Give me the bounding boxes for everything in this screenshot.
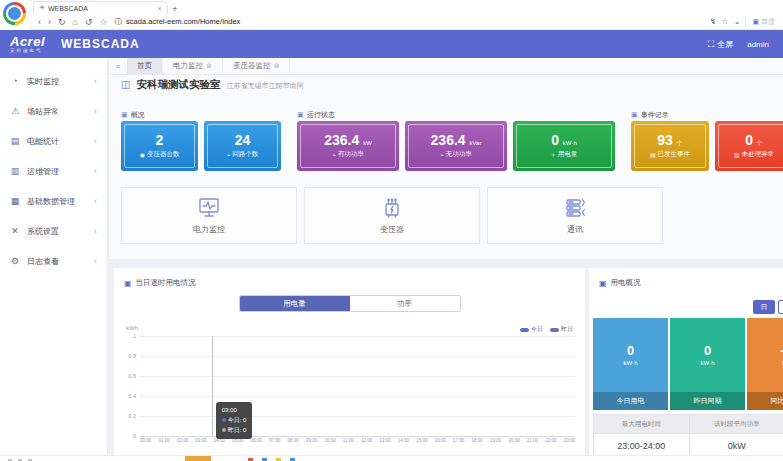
star-icon[interactable]: ☆ (722, 17, 729, 26)
energy-icon: ✧ (551, 151, 556, 158)
stat-card-未处理异常[interactable]: 0 个▥未处理异常 (715, 121, 783, 171)
user-menu[interactable]: admin (747, 40, 769, 49)
sidebar-item-系统设置[interactable]: ✕系统设置‹ (0, 216, 107, 246)
stat-card-value: 0 个 (745, 133, 763, 147)
log-icon: ⚙ (10, 256, 20, 266)
stat-card-用电量[interactable]: 0 kW·h✧用电量 (513, 121, 615, 171)
usage-card-today[interactable]: 0 kW·h 今日用电 (593, 318, 668, 410)
stat-card-list: 93 个▤已发生事件0 个▥未处理异常 (631, 121, 783, 171)
tab-energy[interactable]: 用电量 (240, 296, 350, 311)
sidebar-item-label: 运维管理 (27, 166, 59, 177)
x-tick-label: 05:00 (232, 438, 243, 443)
sidebar-item-场站异常[interactable]: ⚠场站异常‹ (0, 96, 107, 126)
x-tick-label: 20:00 (508, 438, 519, 443)
info-icon[interactable]: ⓘ (115, 17, 123, 27)
tab-close-icon[interactable]: ⊗ (273, 62, 279, 70)
shortcut-label: 电力监控 (193, 224, 225, 235)
app-title: WEBSCADA (61, 37, 140, 51)
sidebar-item-label: 基础数据管理 (27, 196, 75, 207)
legend-yesterday[interactable]: 昨日 (550, 325, 573, 334)
reactive-power-icon: ⌁ (440, 151, 444, 158)
logo-text: Acrel (10, 35, 45, 48)
collapse-tabs-icon[interactable]: « (109, 58, 127, 74)
page-tab-list: 首页电力监控⊗变压器监控⊗ (127, 58, 290, 74)
x-tick-label: 12:00 (361, 438, 372, 443)
stat-card-unit: kW·h (563, 140, 577, 146)
sidebar-item-电能统计[interactable]: ▤电能统计‹ (0, 126, 107, 156)
app-header: Acrel 安科瑞电气 WEBSCADA ⛶ 全屏 admin (0, 30, 783, 58)
shortcut-row: 电力监控 变压器 通讯 (121, 187, 663, 244)
history-icon[interactable]: ↺ (85, 17, 93, 27)
bookmark-star-icon[interactable]: ☆ (100, 17, 108, 27)
usage-card-yesterday[interactable]: 0 kW·h 昨日同期 (670, 318, 745, 410)
page-tab-label: 电力监控 (173, 61, 203, 71)
taskbar[interactable] (0, 455, 783, 461)
section-icon: ▣ (631, 111, 638, 119)
stat-card-无功功率[interactable]: 236.4 kVar⌁无功功率 (405, 121, 507, 171)
home-icon[interactable]: ⌂ (73, 17, 78, 27)
database-icon: ▦ (10, 196, 20, 206)
browser-tab[interactable]: ✳ WEBSCADA × (33, 1, 168, 14)
stat-card-已发生事件[interactable]: 93 个▤已发生事件 (631, 121, 709, 171)
shortcut-power-monitoring[interactable]: 电力监控 (121, 187, 297, 244)
stat-card-label-text: 无功功率 (446, 150, 472, 159)
section-icon: ▣ (297, 111, 304, 119)
chart-plot-area[interactable]: 03:00 今日: 0 昨日: 0 (140, 336, 575, 436)
page-tab-变压器监控[interactable]: 变压器监控⊗ (223, 58, 290, 74)
sidebar-item-实时监控[interactable]: ◔实时监控‹ (0, 66, 107, 96)
lightning-icon[interactable]: ↯ (710, 17, 717, 26)
close-icon[interactable]: × (157, 4, 162, 13)
crosshair-line (212, 336, 213, 436)
stat-card-变压器台数[interactable]: 2◉变压器台数 (121, 121, 198, 171)
bookmark-item[interactable]: ▣ 百度 (745, 17, 775, 27)
taskbar-icon[interactable] (185, 456, 211, 461)
x-tick-label: 03:00 (195, 438, 206, 443)
refresh-icon[interactable]: ↻ (58, 17, 66, 27)
x-tick-label: 10:00 (324, 438, 335, 443)
sidebar-item-日志查看[interactable]: ⚙日志查看‹ (0, 246, 107, 276)
shortcut-label: 变压器 (380, 224, 404, 235)
period-day-button[interactable]: 日 (753, 300, 775, 314)
stat-card-有功功率[interactable]: 236.4 kW⌁有功功率 (297, 121, 399, 171)
stat-card-value: 236.4 kW (324, 133, 372, 147)
usage-panel-title: 用电概况 (611, 278, 641, 288)
transformer-count-icon: ◉ (140, 151, 145, 158)
fullscreen-button[interactable]: ⛶ 全屏 (708, 39, 733, 50)
usage-overview-panel: ▣ 用电概况 日 月 0 kW·h 今日用电 0 kW·h 昨日同期 (589, 268, 783, 455)
legend-today[interactable]: 今日 (520, 325, 543, 334)
meter-icon: ▤ (10, 136, 20, 146)
stat-card-unit: kW (363, 140, 372, 146)
tab-close-icon[interactable]: ⊗ (206, 62, 212, 70)
forward-icon[interactable]: › (48, 17, 51, 27)
table-header: 最大用电时间 (594, 415, 689, 433)
fullscreen-label: 全屏 (717, 39, 733, 50)
tab-power[interactable]: 功率 (350, 296, 460, 311)
chevron-down-icon[interactable]: ⌄ (734, 17, 741, 26)
chart-tab-group: 用电量 功率 (239, 295, 461, 312)
shortcut-transformer[interactable]: 变压器 (304, 187, 480, 244)
page-tab-首页[interactable]: 首页 (127, 58, 163, 74)
period-month-button[interactable]: 月 (778, 300, 783, 314)
site-name: 安科瑞测试实验室 (136, 78, 220, 92)
address-bar[interactable]: ⓘ scada.acrel-eem.com/Home/Index (115, 17, 703, 27)
stats-row: ▣概况2◉变压器台数24⌁回路个数▣运行状态236.4 kW⌁有功功率236.4… (121, 108, 783, 171)
shortcut-label: 通讯 (567, 224, 583, 235)
stat-card-value: 24 (235, 133, 251, 147)
back-icon[interactable]: ‹ (38, 17, 41, 27)
stat-card-unit: 个 (757, 140, 763, 146)
x-tick-label: 02:00 (177, 438, 188, 443)
x-tick-label: 11:00 (343, 438, 354, 443)
stat-group-事件记录: ▣事件记录93 个▤已发生事件0 个▥未处理异常 (631, 108, 783, 171)
stat-card-list: 2◉变压器台数24⌁回路个数 (121, 121, 281, 171)
usage-card-yoy[interactable]: -- % 同比增长 (747, 318, 783, 410)
stat-card-回路个数[interactable]: 24⌁回路个数 (204, 121, 281, 171)
sidebar-item-基础数据管理[interactable]: ▦基础数据管理‹ (0, 186, 107, 216)
x-tick-label: 17:00 (453, 438, 464, 443)
sidebar-item-运维管理[interactable]: ▥运维管理‹ (0, 156, 107, 186)
new-tab-button[interactable]: + (168, 4, 182, 14)
stat-card-label: ⌁无功功率 (440, 150, 472, 159)
shortcut-communication[interactable]: 通讯 (487, 187, 663, 244)
page-tab-电力监控[interactable]: 电力监控⊗ (163, 58, 223, 74)
usage-section-icon: ▣ (599, 279, 607, 288)
tooltip-time: 03:00 (222, 405, 247, 415)
